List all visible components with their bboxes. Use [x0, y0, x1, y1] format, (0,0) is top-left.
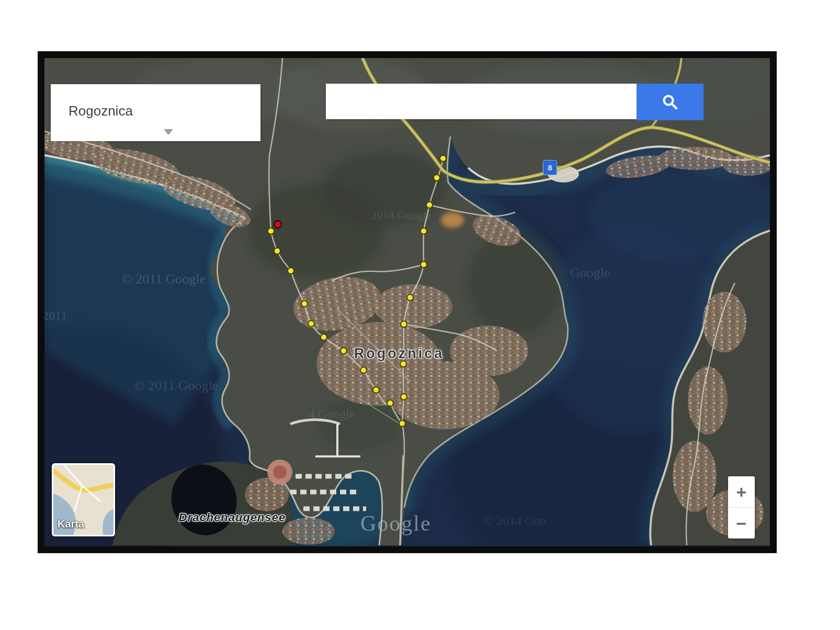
zoom-in-button[interactable]: +	[728, 476, 755, 507]
google-watermark: Google	[360, 511, 432, 536]
route-point[interactable]	[360, 366, 367, 374]
route-point[interactable]	[406, 294, 414, 301]
map-label-lake: Drachenaugensee	[179, 511, 286, 524]
map-frame: © 2011 Google© 2011© 2011 Google2014 Goo…	[38, 51, 777, 553]
route-point[interactable]	[399, 420, 406, 427]
route-point[interactable]	[340, 347, 347, 354]
search-icon	[661, 93, 679, 111]
route-point[interactable]	[308, 320, 315, 327]
chevron-down-icon[interactable]	[164, 129, 173, 135]
start-point[interactable]	[274, 220, 282, 228]
route-point[interactable]	[320, 334, 327, 341]
page: © 2011 Google© 2011© 2011 Google2014 Goo…	[0, 0, 840, 630]
zoom-out-button[interactable]: −	[728, 508, 755, 539]
route-point[interactable]	[420, 227, 427, 235]
route-point[interactable]	[387, 399, 394, 407]
route-point[interactable]	[274, 247, 281, 255]
route-point[interactable]	[400, 393, 407, 400]
route-point[interactable]	[420, 261, 427, 268]
route-point[interactable]	[400, 320, 407, 328]
zoom-control: + −	[728, 476, 755, 539]
satellite-map[interactable]: © 2011 Google© 2011© 2011 Google2014 Goo…	[44, 58, 770, 546]
map-type-toggle[interactable]: Karta	[52, 463, 115, 536]
route-point[interactable]	[433, 174, 440, 181]
route-shield: 8	[543, 160, 557, 175]
place-name: Rogoznica	[69, 103, 133, 119]
route-point[interactable]	[426, 201, 433, 209]
map-label-town: Rogoznica	[354, 346, 445, 362]
route-point[interactable]	[400, 360, 407, 368]
route-point[interactable]	[439, 155, 447, 162]
route-point[interactable]	[301, 300, 308, 307]
search-button[interactable]	[637, 84, 703, 120]
route-point[interactable]	[287, 267, 294, 274]
search-bar	[326, 84, 703, 120]
place-search-box[interactable]: Rogoznica	[51, 84, 260, 141]
route-point[interactable]	[372, 386, 380, 394]
route-point[interactable]	[267, 227, 275, 235]
search-input[interactable]	[326, 84, 637, 119]
map-type-label: Karta	[58, 518, 84, 530]
